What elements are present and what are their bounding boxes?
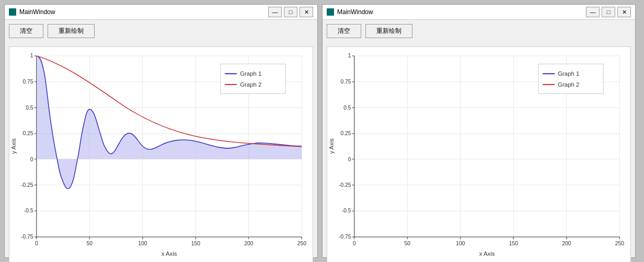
maximize-btn-1[interactable]: □ [284, 7, 297, 17]
svg-text:0: 0 [348, 157, 351, 162]
chart-area-1: 1 0.75 0.5 0.25 0 -0.25 -0.5 -0.75 [5, 42, 317, 262]
svg-text:100: 100 [456, 241, 465, 246]
svg-text:250: 250 [297, 241, 307, 246]
redraw-btn-1[interactable]: 重新绘制 [48, 24, 95, 38]
app-icon-2 [327, 8, 334, 16]
window-2: MainWindow — □ ✕ 清空 重新绘制 [322, 4, 636, 258]
svg-text:0.5: 0.5 [343, 105, 351, 111]
minimize-btn-2[interactable]: — [586, 7, 600, 17]
y-axis-label-1: y Axis [10, 138, 17, 154]
clear-btn-1[interactable]: 清空 [9, 24, 43, 38]
svg-rect-95 [538, 64, 603, 94]
svg-text:-0.5: -0.5 [342, 208, 351, 213]
app-icon-1 [9, 8, 16, 16]
svg-text:150: 150 [191, 241, 201, 246]
svg-text:-0.5: -0.5 [24, 208, 33, 213]
title-bar-controls-1: — □ ✕ [268, 7, 313, 17]
svg-text:0.5: 0.5 [26, 105, 33, 111]
svg-text:0: 0 [35, 241, 38, 246]
toolbar-1: 清空 重新绘制 [5, 20, 317, 42]
chart-area-2: 1 0.75 0.5 0.25 0 -0.25 -0.5 -0.75 [323, 42, 635, 262]
svg-text:1: 1 [30, 53, 33, 58]
y-axis-label-2: y Axis [328, 138, 335, 154]
svg-text:Graph 2: Graph 2 [240, 81, 261, 88]
x-axis-label-2: x Axis [479, 251, 495, 257]
toolbar-2: 清空 重新绘制 [323, 20, 635, 42]
title-bar-2: MainWindow — □ ✕ [323, 5, 635, 20]
svg-text:0.75: 0.75 [22, 79, 33, 85]
chart-container-1: 1 0.75 0.5 0.25 0 -0.25 -0.5 -0.75 [9, 46, 313, 262]
maximize-btn-2[interactable]: □ [602, 7, 615, 17]
svg-text:0.25: 0.25 [22, 130, 33, 136]
svg-text:0: 0 [30, 157, 33, 162]
svg-text:1: 1 [348, 53, 351, 58]
window-1: MainWindow — □ ✕ 清空 重新绘制 [4, 4, 318, 258]
svg-text:Graph 1: Graph 1 [558, 70, 579, 77]
chart-container-2: 1 0.75 0.5 0.25 0 -0.25 -0.5 -0.75 [327, 46, 631, 262]
svg-text:200: 200 [244, 241, 254, 246]
svg-text:0.75: 0.75 [340, 79, 351, 85]
svg-text:150: 150 [509, 241, 519, 246]
clear-btn-2[interactable]: 清空 [327, 24, 361, 38]
redraw-btn-2[interactable]: 重新绘制 [365, 24, 412, 38]
title-bar-controls-2: — □ ✕ [586, 7, 631, 17]
svg-text:250: 250 [615, 241, 625, 246]
svg-text:100: 100 [138, 241, 147, 246]
svg-text:-0.25: -0.25 [339, 182, 351, 188]
svg-text:-0.25: -0.25 [21, 182, 33, 188]
chart-svg-1: 1 0.75 0.5 0.25 0 -0.25 -0.5 -0.75 [9, 47, 313, 262]
x-axis-label-1: x Axis [162, 251, 177, 257]
chart-svg-2: 1 0.75 0.5 0.25 0 -0.25 -0.5 -0.75 [327, 47, 630, 262]
svg-rect-45 [221, 64, 285, 94]
svg-text:-0.75: -0.75 [339, 234, 351, 240]
svg-text:0.25: 0.25 [340, 130, 351, 136]
window-title-2: MainWindow [337, 8, 583, 16]
svg-text:200: 200 [562, 241, 571, 246]
close-btn-1[interactable]: ✕ [300, 7, 313, 17]
title-bar-1: MainWindow — □ ✕ [5, 5, 317, 20]
svg-text:0: 0 [353, 241, 356, 246]
minimize-btn-1[interactable]: — [268, 7, 282, 17]
svg-text:-0.75: -0.75 [21, 234, 33, 240]
svg-text:50: 50 [87, 241, 93, 246]
svg-text:Graph 2: Graph 2 [558, 81, 579, 88]
window-title-1: MainWindow [19, 8, 265, 16]
close-btn-2[interactable]: ✕ [617, 7, 631, 17]
svg-text:50: 50 [405, 241, 411, 246]
svg-text:Graph 1: Graph 1 [240, 70, 261, 77]
